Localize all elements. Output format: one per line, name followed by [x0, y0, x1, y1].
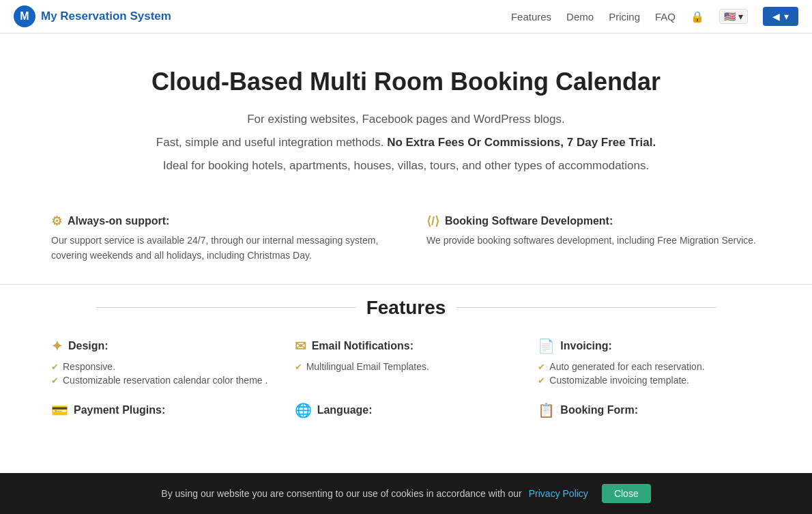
nav-link-demo[interactable]: Demo: [566, 11, 594, 23]
title-line-left: [96, 307, 356, 308]
feature-col-language: 🌐 Language:: [295, 402, 518, 425]
brand-name: My Reservation System: [41, 10, 171, 23]
feature-payment-title: 💳 Payment Plugins:: [51, 402, 274, 418]
feature-col-invoicing: 📄 Invoicing: ✔Auto generated for each re…: [538, 338, 761, 388]
email-icon: ✉: [295, 338, 306, 354]
check-icon: ✔: [538, 362, 545, 372]
feature-invoicing-title: 📄 Invoicing:: [538, 338, 761, 354]
feature-email-list: ✔Multilingual Email Templates.: [295, 361, 518, 372]
features-title-bar: Features: [0, 285, 812, 331]
share-button[interactable]: ◀ ▾: [763, 7, 798, 26]
hero-sub2-prefix: Fast, simple and useful integration meth…: [156, 136, 387, 149]
payment-icon: 💳: [51, 402, 68, 418]
feature-language-title: 🌐 Language:: [295, 402, 518, 418]
intro-feature-support-body: Our support service is available 24/7, t…: [51, 233, 386, 263]
list-item: ✔Customizable reservation calendar color…: [51, 375, 274, 386]
intro-feature-dev: ⟨/⟩ Booking Software Development: We pro…: [426, 214, 761, 263]
nav-link-faq[interactable]: FAQ: [655, 11, 676, 23]
feature-col-email: ✉ Email Notifications: ✔Multilingual Ema…: [295, 338, 518, 388]
support-icon: ⚙: [51, 214, 62, 229]
hero-subtitle-2: Fast, simple and useful integration meth…: [113, 136, 699, 149]
navbar: M My Reservation System Features Demo Pr…: [0, 0, 812, 33]
flag-icon: 🇺🇸: [724, 11, 736, 22]
intro-feature-support-title: ⚙ Always-on support:: [51, 214, 386, 229]
intro-feature-dev-title: ⟨/⟩ Booking Software Development:: [426, 214, 761, 229]
hero-subtitle-1: For existing websites, Facebook pages an…: [113, 113, 699, 126]
navbar-links: Features Demo Pricing FAQ 🔒 🇺🇸 ▾ ◀ ▾: [511, 7, 798, 26]
dev-icon: ⟨/⟩: [426, 214, 439, 229]
invoicing-icon: 📄: [538, 338, 555, 354]
hero-section: Cloud-Based Multi Room Booking Calendar …: [99, 33, 713, 200]
features-section: Features ✦ Design: ✔Responsive. ✔Customi…: [0, 284, 812, 432]
design-icon: ✦: [51, 338, 63, 354]
navbar-brand: M My Reservation System: [14, 5, 511, 27]
feature-col-design: ✦ Design: ✔Responsive. ✔Customizable res…: [51, 338, 274, 388]
list-item: ✔Auto generated for each reservation.: [538, 361, 761, 372]
check-icon: ✔: [51, 375, 59, 386]
feature-invoicing-list: ✔Auto generated for each reservation. ✔C…: [538, 361, 761, 386]
list-item: ✔Responsive.: [51, 361, 274, 372]
hero-title: Cloud-Based Multi Room Booking Calendar: [113, 68, 699, 96]
list-item: ✔Customizable invoicing template.: [538, 375, 761, 386]
intro-feature-support: ⚙ Always-on support: Our support service…: [51, 214, 386, 263]
check-icon: ✔: [295, 362, 302, 372]
check-icon: ✔: [538, 375, 545, 386]
booking-form-icon: 📋: [538, 402, 555, 418]
check-icon: ✔: [51, 362, 59, 372]
features-grid: ✦ Design: ✔Responsive. ✔Customizable res…: [31, 331, 781, 432]
nav-link-pricing[interactable]: Pricing: [609, 11, 640, 23]
intro-features-grid: ⚙ Always-on support: Our support service…: [31, 214, 781, 263]
title-line-right: [456, 307, 716, 308]
share-icon: ◀: [772, 11, 780, 22]
feature-booking-form-title: 📋 Booking Form:: [538, 402, 761, 418]
share-chevron-icon: ▾: [784, 11, 789, 22]
feature-col-payment: 💳 Payment Plugins:: [51, 402, 274, 425]
lock-icon: 🔒: [691, 10, 704, 23]
chevron-down-icon: ▾: [738, 11, 743, 22]
language-icon: 🌐: [295, 402, 312, 418]
nav-link-features[interactable]: Features: [511, 11, 551, 23]
feature-design-list: ✔Responsive. ✔Customizable reservation c…: [51, 361, 274, 386]
feature-col-booking-form: 📋 Booking Form:: [538, 402, 761, 425]
features-title: Features: [366, 297, 446, 319]
brand-logo: M: [14, 5, 35, 27]
language-selector[interactable]: 🇺🇸 ▾: [719, 9, 748, 24]
hero-sub2-bold: No Extra Fees Or Commissions, 7 Day Free…: [387, 136, 656, 149]
feature-design-title: ✦ Design:: [51, 338, 274, 354]
list-item: ✔Multilingual Email Templates.: [295, 361, 518, 372]
hero-subtitle-3: Ideal for booking hotels, apartments, ho…: [113, 159, 699, 173]
feature-email-title: ✉ Email Notifications:: [295, 338, 518, 354]
intro-feature-dev-body: We provide booking softwares development…: [426, 233, 761, 248]
